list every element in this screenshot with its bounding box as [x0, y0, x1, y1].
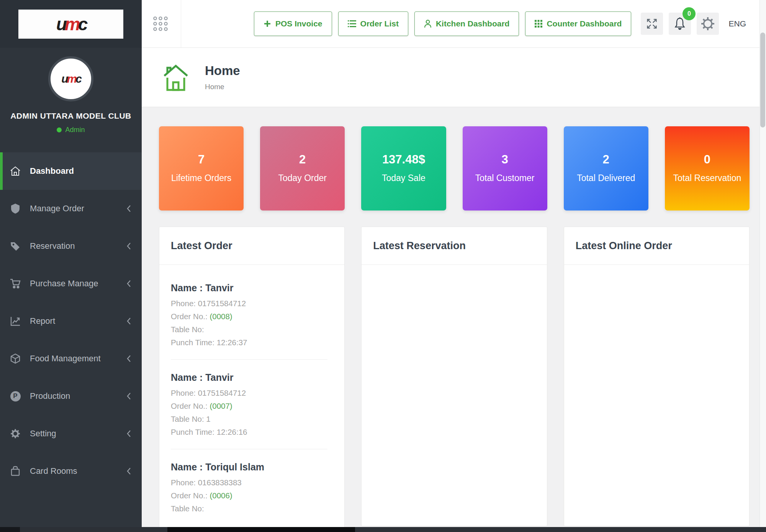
stat-card-today-sale[interactable]: 137.48$ Today Sale	[361, 126, 446, 211]
settings-gear-icon[interactable]	[697, 13, 719, 35]
chevron-left-icon	[126, 430, 131, 437]
vertical-scrollbar[interactable]	[759, 0, 766, 532]
stat-label: Today Sale	[382, 172, 426, 184]
chevron-left-icon	[126, 242, 131, 250]
brand-logo[interactable]: umc	[18, 10, 123, 39]
stat-label: Total Customer	[475, 172, 535, 184]
order-table: Table No:	[171, 325, 333, 334]
apps-grid-icon[interactable]	[152, 15, 169, 33]
order-number: Order No.: (0007)	[171, 401, 333, 411]
latest-online-order-panel: Latest Online Order	[564, 227, 750, 526]
chevron-left-icon	[126, 205, 131, 212]
quick-nav-buttons: POS Invoice Order List Kitchen Dashboard	[254, 11, 631, 36]
sidebar-logo-strip: umc	[0, 0, 142, 48]
notification-count-badge: 0	[683, 7, 696, 20]
sidebar-item-card-rooms[interactable]: Card Rooms	[0, 452, 142, 490]
grid-icon	[535, 20, 542, 28]
panel-header: Latest Order	[159, 227, 344, 265]
list-icon	[348, 20, 356, 28]
stat-value: 2	[603, 153, 609, 166]
order-number: Order No.: (0006)	[171, 491, 333, 500]
kitchen-dashboard-button[interactable]: Kitchen Dashboard	[414, 11, 519, 36]
counter-dashboard-button[interactable]: Counter Dashboard	[525, 11, 631, 36]
entry-divider	[171, 359, 327, 360]
order-number: Order No.: (0008)	[171, 312, 333, 321]
latest-reservation-list	[362, 265, 547, 282]
stat-card-total-customer[interactable]: 3 Total Customer	[463, 126, 547, 211]
order-entry[interactable]: Name : Tanvir Phone: 01751584712 Order N…	[171, 372, 333, 437]
cart-icon	[9, 278, 21, 289]
chevron-left-icon	[126, 355, 131, 362]
fullscreen-icon[interactable]	[641, 13, 663, 35]
online-status-dot	[57, 127, 62, 132]
stat-value: 137.48$	[382, 153, 425, 166]
profile-section: umc ADMIN UTTARA MODEL CLUB Admin	[0, 48, 142, 134]
avatar[interactable]: umc	[48, 56, 93, 101]
sidebar: umc umc ADMIN UTTARA MODEL CLUB Admin Da…	[0, 0, 142, 532]
chevron-left-icon	[126, 280, 131, 287]
production-p-icon: P	[9, 391, 21, 401]
stat-label: Today Order	[278, 172, 327, 184]
order-table: Table No: 1	[171, 415, 333, 424]
home-page-icon	[163, 63, 189, 91]
person-icon	[424, 20, 432, 28]
pos-admin-dashboard: umc umc ADMIN UTTARA MODEL CLUB Admin Da…	[0, 0, 766, 532]
latest-order-list: Name : Tanvir Phone: 01751584712 Order N…	[159, 265, 344, 513]
content: 7 Lifetime Orders 2 Today Order 137.48$ …	[142, 107, 766, 532]
shield-box-icon	[9, 203, 21, 214]
notification-bell-icon[interactable]: 0	[669, 13, 691, 35]
stat-label: Total Reservation	[673, 172, 741, 184]
latest-reservation-panel: Latest Reservation	[361, 227, 547, 526]
briefcase-icon	[9, 466, 21, 477]
panel-header: Latest Online Order	[564, 227, 749, 265]
topbar-divider	[181, 0, 181, 47]
order-entry[interactable]: Name : Tanvir Phone: 01751584712 Order N…	[171, 282, 333, 347]
stat-value: 2	[299, 153, 306, 166]
panel-title: Latest Order	[171, 240, 232, 252]
order-list-button[interactable]: Order List	[338, 11, 408, 36]
stat-card-today-order[interactable]: 2 Today Order	[260, 126, 345, 211]
horizontal-scrollbar-thumb[interactable]	[167, 527, 355, 532]
stat-card-total-reservation[interactable]: 0 Total Reservation	[665, 126, 750, 211]
page-head-text: Home Home	[205, 64, 240, 91]
stat-label: Total Delivered	[577, 172, 635, 184]
order-phone: Phone: 0163838383	[171, 478, 333, 487]
language-selector[interactable]: ENG	[728, 19, 746, 28]
sidebar-item-setting[interactable]: Setting	[0, 415, 142, 452]
sidebar-item-production[interactable]: P Production	[0, 377, 142, 415]
tag-icon	[9, 241, 21, 251]
horizontal-scrollbar-segment	[0, 527, 20, 532]
pos-invoice-button[interactable]: POS Invoice	[254, 11, 332, 36]
horizontal-scrollbar[interactable]	[0, 527, 766, 532]
cube-icon	[9, 353, 21, 364]
sidebar-item-report[interactable]: Report	[0, 302, 142, 340]
stat-card-total-delivered[interactable]: 2 Total Delivered	[564, 126, 648, 211]
vertical-scrollbar-thumb[interactable]	[760, 33, 765, 127]
order-entry[interactable]: Name : Toriqul Islam Phone: 0163838383 O…	[171, 462, 333, 513]
order-table: Table No:	[171, 504, 333, 513]
topbar: POS Invoice Order List Kitchen Dashboard	[142, 0, 766, 48]
stat-value: 3	[501, 153, 508, 166]
sidebar-item-purchase-manage[interactable]: Purchase Manage	[0, 265, 142, 302]
sidebar-item-dashboard[interactable]: Dashboard	[0, 152, 142, 190]
panel-title: Latest Online Order	[576, 240, 672, 252]
chart-line-icon	[9, 316, 21, 326]
panels-row: Latest Order Name : Tanvir Phone: 017515…	[159, 227, 750, 532]
avatar-logo: umc	[61, 73, 80, 85]
chevron-left-icon	[126, 317, 131, 325]
sidebar-item-food-management[interactable]: Food Management	[0, 340, 142, 377]
latest-order-panel: Latest Order Name : Tanvir Phone: 017515…	[159, 227, 345, 532]
order-punch-time: Punch Time: 12:26:16	[171, 428, 333, 437]
panel-title: Latest Reservation	[373, 240, 466, 252]
stat-value: 0	[704, 153, 710, 166]
chevron-left-icon	[126, 467, 131, 475]
order-customer-name: Name : Toriqul Islam	[171, 462, 333, 473]
entry-divider	[171, 449, 327, 449]
order-punch-time: Punch Time: 12:26:37	[171, 338, 333, 347]
sidebar-item-reservation[interactable]: Reservation	[0, 227, 142, 265]
sidebar-item-manage-order[interactable]: Manage Order	[0, 190, 142, 227]
breadcrumb[interactable]: Home	[205, 83, 240, 91]
stat-card-lifetime-orders[interactable]: 7 Lifetime Orders	[159, 126, 244, 211]
page-title: Home	[205, 64, 240, 78]
chevron-left-icon	[126, 392, 131, 400]
